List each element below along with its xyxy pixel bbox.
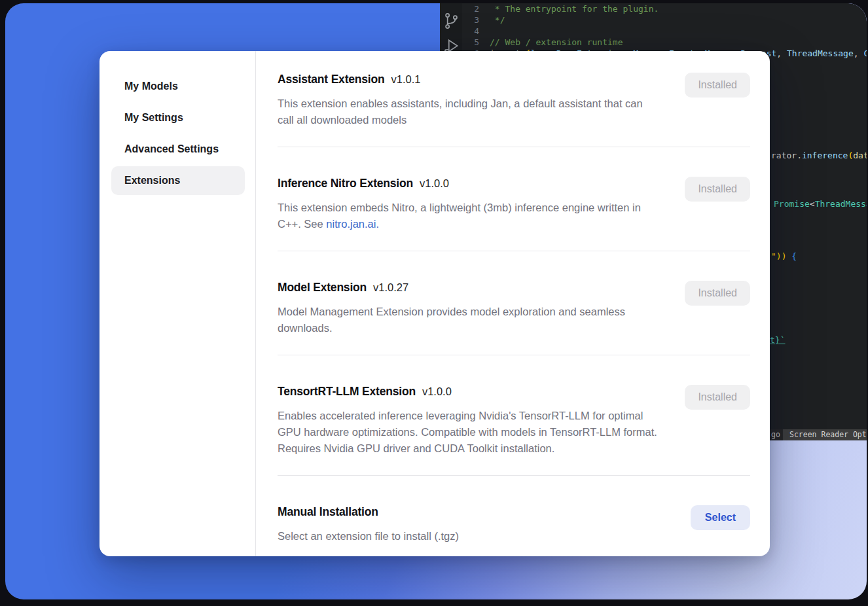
code-fragment: Promise<ThreadMessage> [774, 198, 867, 209]
installed-button[interactable]: Installed [685, 281, 750, 306]
settings-sidebar: My ModelsMy SettingsAdvanced SettingsExt… [99, 51, 256, 556]
extension-row: TensortRT-LLM Extensionv1.0.0Enables acc… [278, 355, 750, 475]
installed-button[interactable]: Installed [685, 385, 750, 410]
code-token: inference [802, 151, 848, 160]
extension-title: TensortRT-LLM Extension [278, 385, 416, 398]
desktop-wallpaper: 2 * The entrypoint for the plugin.3 */45… [5, 3, 867, 599]
extensions-panel: Assistant Extensionv1.0.1This extension … [256, 51, 770, 556]
line-number: 5 [462, 37, 490, 48]
extension-title-line: Inference Nitro Extensionv1.0.0 [278, 175, 660, 192]
code-text: * The entrypoint for the plugin. [490, 3, 659, 14]
nitro-link[interactable]: nitro.jan.ai. [326, 218, 379, 230]
extension-text-block: Model Extensionv1.0.27Model Management E… [278, 279, 660, 336]
line-number: 2 [462, 3, 490, 14]
extension-title: Manual Installation [278, 505, 378, 518]
extension-title-line: TensortRT-LLM Extensionv1.0.0 [278, 383, 660, 401]
git-branch-icon[interactable] [443, 11, 460, 31]
status-bar-text: go [771, 429, 780, 440]
code-text: */ [490, 14, 505, 26]
extension-title-line: Manual Installation [278, 503, 459, 521]
code-token: < [810, 199, 815, 209]
code-line: 5// Web / extension runtime [462, 37, 867, 48]
extension-row: Inference Nitro Extensionv1.0.0This exte… [278, 147, 750, 251]
code-line: 3 */ [462, 14, 867, 26]
screen-reader-status-segment[interactable]: Screen Reader Optimized [783, 429, 867, 440]
code-token: { [791, 251, 797, 261]
code-line: 4 [462, 26, 867, 37]
code-line: 2 * The entrypoint for the plugin. [462, 3, 867, 14]
extension-description: This extension enables assistants, inclu… [278, 96, 660, 128]
extension-description: Model Management Extension provides mode… [278, 304, 660, 336]
extension-row: Model Extensionv1.0.27Model Management E… [278, 251, 750, 355]
extension-description: This extension embeds Nitro, a lightweig… [278, 200, 660, 232]
installed-button[interactable]: Installed [685, 177, 750, 202]
extension-title: Model Extension [278, 281, 367, 294]
code-token: ")) [771, 251, 791, 261]
code-token: , [854, 48, 864, 58]
extension-text-block: Assistant Extensionv1.0.1This extension … [278, 71, 660, 128]
extension-version: v1.0.27 [373, 281, 408, 293]
code-token: ThreadMessage [787, 48, 854, 58]
installed-button[interactable]: Installed [685, 73, 750, 98]
code-fragment: rator.inference(data)); [771, 150, 867, 161]
code-token: */ [490, 15, 505, 25]
extension-description-text: Enables accelerated inference leveraging… [278, 410, 657, 454]
code-fragment: t}` [770, 334, 785, 346]
settings-modal: My ModelsMy SettingsAdvanced SettingsExt… [99, 51, 770, 556]
extension-text-block: Inference Nitro Extensionv1.0.0This exte… [278, 175, 660, 232]
extension-text-block: Manual InstallationSelect an extension f… [278, 503, 459, 544]
extension-title: Assistant Extension [278, 73, 384, 86]
code-token: data [853, 151, 867, 160]
code-token: t}` [770, 335, 785, 345]
code-fragment: ")) { [771, 251, 797, 262]
sidebar-item-extensions[interactable]: Extensions [111, 166, 245, 195]
code-token: Promise [774, 199, 810, 209]
extension-description-text: Select an extension file to install (.tg… [278, 530, 459, 542]
select-button[interactable]: Select [691, 505, 750, 530]
extension-title: Inference Nitro Extension [278, 177, 413, 190]
extension-title-line: Model Extensionv1.0.27 [278, 279, 660, 296]
extension-description: Select an extension file to install (.tg… [278, 528, 459, 544]
extension-version: v1.0.0 [422, 385, 452, 397]
code-token: , [776, 48, 787, 58]
extension-description-text: This extension enables assistants, inclu… [278, 98, 643, 126]
extension-description: Enables accelerated inference leveraging… [278, 408, 660, 457]
code-token: * The entrypoint for the plugin. [490, 4, 659, 14]
extension-text-block: TensortRT-LLM Extensionv1.0.0Enables acc… [278, 383, 660, 457]
code-token: ThreadMessage [815, 199, 867, 209]
code-text: // Web / extension runtime [490, 37, 623, 48]
extension-version: v1.0.1 [391, 73, 420, 85]
sidebar-item-advanced-settings[interactable]: Advanced Settings [111, 135, 245, 164]
code-token: rator. [771, 151, 802, 160]
sidebar-item-my-settings[interactable]: My Settings [111, 103, 245, 132]
extension-row: Manual InstallationSelect an extension f… [278, 476, 750, 556]
extension-description-text: Model Management Extension provides mode… [278, 306, 625, 334]
code-token: // Web / extension runtime [490, 37, 623, 47]
extension-title-line: Assistant Extensionv1.0.1 [278, 71, 660, 88]
extension-version: v1.0.0 [420, 177, 449, 189]
code-token: ContentType [863, 48, 867, 58]
line-number: 3 [462, 14, 490, 26]
sidebar-item-my-models[interactable]: My Models [111, 72, 245, 101]
extension-row: Assistant Extensionv1.0.1This extension … [278, 71, 750, 147]
line-number: 4 [462, 26, 490, 37]
